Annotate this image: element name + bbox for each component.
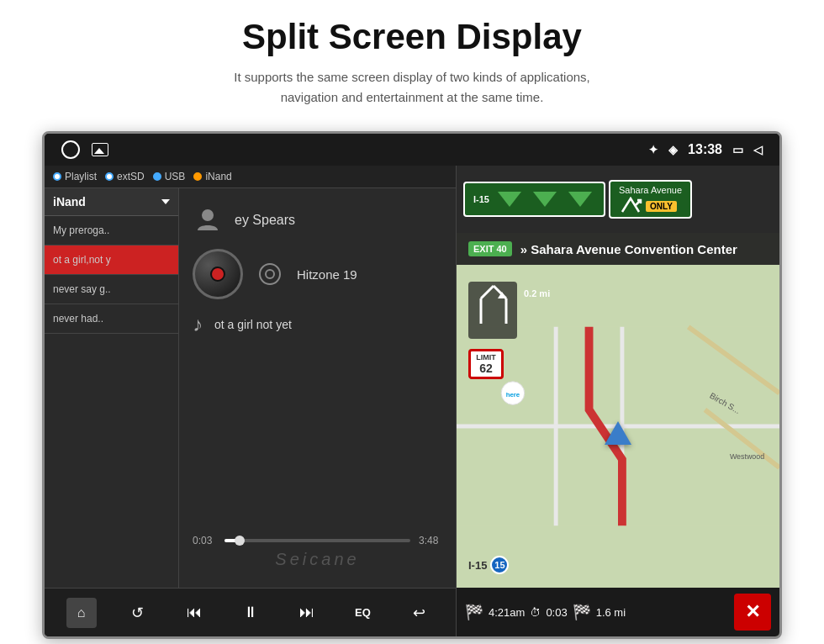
elapsed-time: 0:03 (546, 606, 567, 619)
arrow-down-icon (568, 192, 592, 207)
location-icon: ◈ (668, 143, 678, 156)
progress-area: 0:03 3:48 Seicane (193, 530, 442, 579)
window-icon: ▭ (732, 143, 743, 156)
source-selector[interactable]: iNand (45, 188, 178, 216)
only-badge: ONLY (646, 201, 677, 212)
current-time: 0:03 (193, 535, 216, 546)
device-frame: ✦ ◈ 13:38 ▭ ◁ Playlist extSD (42, 131, 782, 639)
nav-signs: I-15 Sahara Avenue ONLY (457, 166, 779, 233)
total-time: 3:48 (419, 535, 442, 546)
status-bar: ✦ ◈ 13:38 ▭ ◁ (45, 134, 779, 166)
chevron-down-icon (161, 199, 170, 204)
arrow-down-icon (533, 192, 557, 207)
tab-usb[interactable]: USB (153, 171, 186, 182)
progress-track[interactable] (224, 539, 410, 542)
remaining-distance: 1.6 mi (596, 606, 626, 619)
back-button[interactable]: ↩ (404, 598, 435, 628)
nav-panel: I-15 Sahara Avenue ONLY (457, 166, 779, 636)
nav-eta: 🏁 4:21am ⏱ 0:03 🏁 1.6 mi (465, 603, 626, 621)
page-subtitle: It supports the same screen display of t… (234, 67, 590, 108)
album-icon (255, 259, 285, 289)
svg-text:here: here (506, 391, 520, 399)
progress-thumb (235, 536, 245, 546)
close-nav-button[interactable]: ✕ (734, 594, 771, 631)
now-playing: ey Spears Hitzone 19 ♪ ot a girl not yet (179, 188, 456, 588)
pause-button[interactable]: ⏸ (235, 598, 266, 628)
list-item[interactable]: never had.. (45, 304, 178, 334)
nav-direction-text: » Sahara Avenue Convention Center (520, 242, 737, 256)
radio-playlist (53, 172, 61, 181)
song-row: ♪ ot a girl not yet (193, 313, 442, 336)
list-item[interactable]: My preroga.. (45, 216, 178, 245)
signs-row: I-15 Sahara Avenue ONLY (457, 166, 779, 233)
exit-sign: Sahara Avenue ONLY (609, 180, 692, 219)
status-time: 13:38 (688, 142, 722, 157)
svg-rect-13 (468, 282, 517, 339)
eq-button[interactable]: EQ (348, 598, 378, 628)
screen-content: Playlist extSD USB iNand (45, 166, 779, 636)
playlist-sidebar: iNand My preroga.. ot a girl,not y never… (45, 188, 179, 588)
music-note-icon: ♪ (193, 313, 203, 336)
vinyl-disc (193, 249, 243, 299)
map-area: Birch S... Westwood here (457, 265, 779, 588)
back-icon: ◁ (753, 143, 763, 156)
tab-inand[interactable]: iNand (193, 171, 231, 182)
prev-button[interactable]: ⏮ (179, 598, 209, 628)
image-icon (92, 143, 108, 156)
arrow-down-icon (498, 192, 521, 207)
circle-icon (61, 140, 80, 159)
distance-to-turn: 0.2 mi (524, 288, 550, 298)
progress-bar[interactable]: 0:03 3:48 (193, 535, 442, 546)
music-panel: Playlist extSD USB iNand (45, 166, 457, 636)
tab-playlist[interactable]: Playlist (53, 171, 97, 182)
watermark: Seicane (193, 550, 442, 569)
artist-icon (193, 205, 223, 235)
highway-sign: I-15 (463, 182, 605, 217)
repeat-button[interactable]: ↺ (123, 598, 153, 628)
nav-arrow (605, 421, 631, 445)
album-name: Hitzone 19 (297, 267, 357, 282)
highway-shield: I-15 15 (468, 556, 509, 574)
turn-indicator: 0.2 mi (468, 282, 550, 340)
source-tabs: Playlist extSD USB iNand (45, 166, 456, 188)
nav-bottom: 🏁 4:21am ⏱ 0:03 🏁 1.6 mi ✕ (457, 588, 779, 636)
artist-row: ey Spears (193, 205, 442, 235)
flag-icon: 🏁 (465, 603, 483, 621)
tab-extsd[interactable]: extSD (105, 171, 145, 182)
playback-controls: ⌂ ↺ ⏮ ⏸ ⏭ EQ ↩ (45, 588, 456, 636)
flag2-icon: 🏁 (573, 603, 591, 621)
home-button[interactable]: ⌂ (66, 598, 97, 628)
eta-time: 4:21am (489, 606, 525, 619)
radio-inand (193, 172, 202, 181)
radio-extsd (105, 172, 114, 181)
next-button[interactable]: ⏭ (292, 598, 322, 628)
list-item[interactable]: ot a girl,not y (45, 245, 178, 275)
highway-number: 15 (490, 556, 509, 574)
svg-point-1 (260, 264, 280, 284)
album-row: Hitzone 19 (193, 249, 442, 299)
music-body: iNand My preroga.. ot a girl,not y never… (45, 188, 456, 588)
clock-icon: ⏱ (530, 606, 541, 619)
exit-badge: EXIT 40 (468, 241, 512, 256)
song-name: ot a girl not yet (214, 318, 292, 331)
radio-usb (153, 172, 161, 181)
svg-point-2 (266, 270, 274, 278)
bluetooth-icon: ✦ (648, 143, 658, 156)
nav-instruction: EXIT 40 » Sahara Avenue Convention Cente… (457, 233, 779, 265)
svg-text:Westwood: Westwood (730, 452, 764, 461)
speed-limit-sign: LIMIT 62 (468, 349, 504, 379)
track-artist: ey Spears (235, 213, 295, 228)
list-item[interactable]: never say g.. (45, 275, 178, 304)
svg-point-0 (202, 209, 214, 221)
page-title: Split Screen Display (242, 17, 582, 57)
